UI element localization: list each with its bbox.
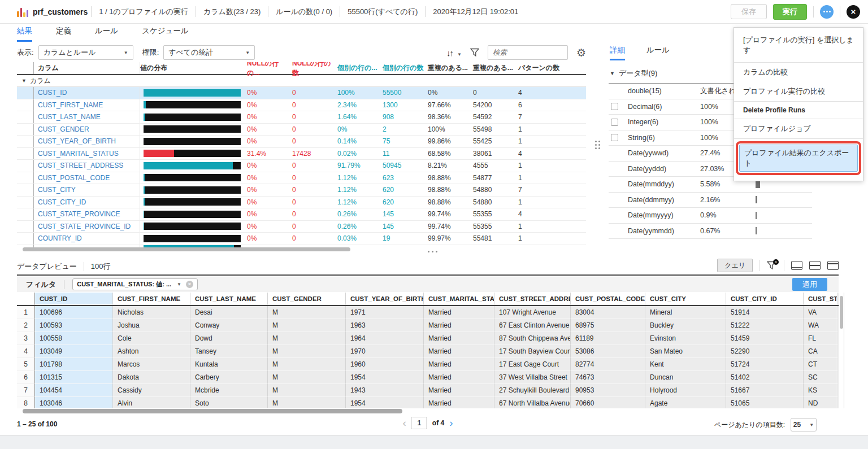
layout-bottom-icon[interactable] <box>791 261 802 270</box>
grid-column-header[interactable]: CUST_CITY_ID <box>726 293 804 305</box>
grid-row[interactable]: 2100593JoshuaConwayM1963Married67 East C… <box>17 319 839 332</box>
column-header[interactable]: NULLの行の数 <box>290 62 335 78</box>
column-row[interactable]: CUST_STATE_PROVINCE_ID0%00.26%14599.74%5… <box>17 221 586 233</box>
column-name-link[interactable]: CUST_POSTAL_CODE <box>34 172 140 184</box>
column-header[interactable]: パターンの数 <box>516 63 586 73</box>
column-header[interactable]: カラム <box>34 62 140 74</box>
column-header[interactable]: 値の分布 <box>140 63 245 73</box>
datatype-row[interactable]: Date(yymmdd)0.67% <box>609 224 812 239</box>
value-distribution-bar[interactable] <box>140 114 245 121</box>
column-row[interactable]: CUST_STREET_ADDRESS0%091.79%509458.21%45… <box>17 160 586 172</box>
column-header[interactable]: 個別の行の数 <box>380 63 426 73</box>
value-distribution-bar[interactable] <box>140 138 245 145</box>
grid-column-header[interactable]: CUST_STATE_PR <box>804 293 837 305</box>
column-name-link[interactable]: CUST_STREET_ADDRESS <box>34 160 140 172</box>
column-name-link[interactable]: CUST_LAST_NAME <box>34 111 140 123</box>
layout-split-icon[interactable] <box>809 261 821 270</box>
more-options-icon[interactable] <box>820 5 834 19</box>
column-row[interactable]: CUST_ID0%0100%555000%04 <box>17 87 586 99</box>
next-page-icon[interactable]: › <box>449 417 453 429</box>
grid-row[interactable]: 7104454CassidyMcbrideM1943Married27 Schu… <box>17 384 839 397</box>
column-name-link[interactable]: CUST_CITY_ID <box>34 197 140 208</box>
value-distribution-bar[interactable] <box>140 198 245 206</box>
column-name-link[interactable]: CUST_STATE_PROVINCE <box>34 208 140 220</box>
main-tab-2[interactable]: ルール <box>95 26 118 42</box>
value-distribution-bar[interactable] <box>140 174 245 181</box>
column-name-link[interactable]: CUST_GENDER <box>34 124 140 136</box>
datatype-row[interactable]: Date(ddmmyy)2.16% <box>609 193 812 208</box>
grid-column-header[interactable]: CUST_STREET_ADDRESS <box>494 293 571 305</box>
clear-filter-icon[interactable]: × <box>767 261 777 271</box>
grid-row[interactable]: 8103046AlvinSotoM1954Married67 North Vil… <box>17 397 839 408</box>
column-header[interactable]: 重複のある... <box>471 63 516 73</box>
page-number-input[interactable]: 1 <box>411 417 427 429</box>
checkbox[interactable] <box>611 103 618 110</box>
value-distribution-bar[interactable] <box>140 211 245 218</box>
value-distribution-bar[interactable] <box>140 162 245 169</box>
menu-item-2[interactable]: Delete Profile Runs <box>734 102 863 119</box>
tab-rules[interactable]: ルール <box>646 45 670 60</box>
column-header[interactable]: 個別の行の... <box>335 63 380 73</box>
column-row[interactable]: COUNTRY_ID0%00.03%1999.97%554811 <box>17 233 586 245</box>
value-distribution-bar[interactable] <box>140 89 245 97</box>
per-page-select[interactable]: 25 ▼ <box>791 418 817 431</box>
column-name-link[interactable]: CUST_FIRST_NAME <box>34 99 140 111</box>
checkbox[interactable] <box>611 134 618 141</box>
column-row[interactable]: CUST_POSTAL_CODE0%01.12%62398.88%548771 <box>17 172 586 185</box>
horizontal-scrollbar[interactable] <box>23 247 350 251</box>
grid-row[interactable]: 4103049AshtonTanseyM1970Married17 South … <box>17 345 839 358</box>
tab-details[interactable]: 詳細 <box>610 45 625 60</box>
pane-splitter-handle[interactable] <box>428 251 437 252</box>
menu-item-0[interactable]: カラムの比較 <box>734 63 863 82</box>
grid-column-header[interactable]: CUST_ID <box>35 293 113 305</box>
grid-column-header[interactable]: CUST_MARITAL_STATUS <box>424 293 494 305</box>
column-row[interactable]: CUST_LAST_NAME0%01.64%90898.36%545927 <box>17 111 586 124</box>
datatype-row[interactable]: Date(mmyyyy)0.9% <box>609 208 812 224</box>
panel-splitter-handle[interactable] <box>595 141 600 149</box>
column-row[interactable]: CUST_STATE_PROVINCE0%00.26%14599.74%5535… <box>17 208 586 221</box>
filter-chip[interactable]: CUST_MARITAL_STATUS: 値: ... ▼ × <box>72 278 198 290</box>
grid-column-header[interactable]: CUST_POSTAL_CODE <box>571 293 645 305</box>
view-select[interactable]: カラムとルール▼ <box>38 45 133 60</box>
column-row[interactable]: CUST_MARITAL_STATUS31.4%174280.02%1168.5… <box>17 148 586 160</box>
menu-item-4[interactable]: プロファイル結果のエクスポート <box>739 145 858 172</box>
value-distribution-bar[interactable] <box>140 223 245 230</box>
horizontal-scrollbar[interactable] <box>23 409 402 413</box>
run-button[interactable]: 実行 <box>773 4 807 20</box>
column-header[interactable]: NULLの行の... <box>245 62 290 78</box>
column-name-link[interactable]: COUNTRY_ID <box>34 233 140 245</box>
column-name-link[interactable]: CUST_CITY <box>34 184 140 196</box>
main-tab-3[interactable]: スケジュール <box>142 26 189 42</box>
column-name-link[interactable]: CUST_YEAR_OF_BIRTH <box>34 136 140 147</box>
column-name-link[interactable]: CUST_MARITAL_STATUS <box>34 148 140 160</box>
grid-column-header[interactable]: CUST_YEAR_OF_BIRTH <box>346 293 424 305</box>
remove-filter-icon[interactable]: × <box>186 281 193 288</box>
value-distribution-bar[interactable] <box>140 150 245 157</box>
value-distribution-bar[interactable] <box>140 186 245 194</box>
close-icon[interactable]: × <box>847 5 860 19</box>
search-input[interactable] <box>488 45 568 60</box>
gear-icon[interactable]: ⚙ <box>576 47 586 58</box>
vertical-scrollbar[interactable] <box>840 296 843 329</box>
grid-row[interactable]: 6101315DakotaCarberyM1954Married37 West … <box>17 371 839 384</box>
previous-page-icon[interactable]: ‹ <box>402 417 406 429</box>
column-name-link[interactable]: CUST_ID <box>34 87 140 99</box>
grid-row[interactable]: 5101798MarcosKuntalaM1960Married17 East … <box>17 358 839 371</box>
sort-icon[interactable]: ↓↑▼ <box>446 48 462 58</box>
apply-button[interactable]: 適用 <box>792 278 827 291</box>
query-button[interactable]: クエリ <box>717 259 753 272</box>
grid-column-header[interactable]: CUST_LAST_NAME <box>190 293 268 305</box>
permission-select[interactable]: すべての統計▼ <box>163 45 255 60</box>
column-name-link[interactable]: CUST_STATE_PROVINCE_ID <box>34 221 140 233</box>
column-row[interactable]: CUST_YEAR_OF_BIRTH0%00.14%7599.86%554251 <box>17 136 586 148</box>
value-distribution-bar[interactable] <box>140 101 245 108</box>
grid-column-header[interactable]: CUST_GENDER <box>268 293 346 305</box>
value-distribution-bar[interactable] <box>140 125 245 133</box>
value-distribution-bar[interactable] <box>140 235 245 242</box>
save-button[interactable]: 保存 <box>731 4 767 19</box>
grid-row[interactable]: 3100558ColeDowdM1964Married87 South Chip… <box>17 332 839 345</box>
main-tab-0[interactable]: 結果 <box>17 26 32 42</box>
filter-icon[interactable] <box>470 48 479 57</box>
checkbox[interactable] <box>611 119 618 126</box>
layout-top-icon[interactable] <box>827 261 839 270</box>
